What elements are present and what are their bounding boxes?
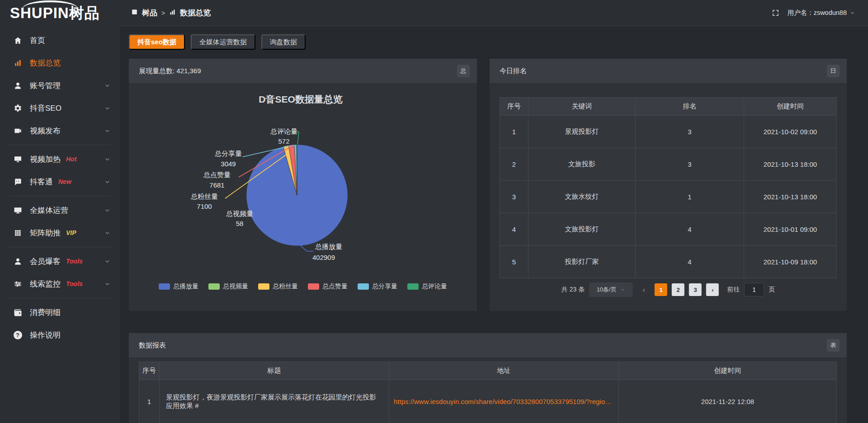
- sidebar-item-help[interactable]: ? 操作说明: [0, 324, 120, 346]
- sidebar-item-account-manage[interactable]: 账号管理: [0, 74, 120, 97]
- page-number-buttons: 123: [655, 283, 702, 296]
- legend-item-总粉丝量[interactable]: 总粉丝量: [258, 282, 298, 291]
- ranking-day-toggle-button[interactable]: 日: [827, 65, 840, 77]
- breadcrumb-label: 数据总览: [180, 8, 211, 18]
- pie-label-name: 总粉丝量: [190, 193, 218, 200]
- sidebar-divider: [8, 247, 112, 247]
- sidebar-item-video-publish[interactable]: 视频发布: [0, 119, 120, 142]
- sidebar: SHUPIN树品 首页 数据总览 账号管理 抖音SEO 视频发布: [0, 0, 120, 423]
- legend-item-总视频量[interactable]: 总视频量: [208, 282, 248, 291]
- user-dropdown[interactable]: 用户名：zswodun88: [788, 9, 855, 17]
- report-panel-strip: 数据报表 表: [129, 333, 847, 358]
- legend-item-总分享量[interactable]: 总分享量: [358, 282, 397, 291]
- pagination-total: 共 23 条: [561, 286, 585, 294]
- rank-cell: 3: [636, 148, 744, 181]
- legend-item-总评论量[interactable]: 总评论量: [407, 282, 447, 291]
- sidebar-item-douketong[interactable]: 抖客通 New: [0, 170, 120, 193]
- gear-icon: [13, 104, 23, 113]
- sidebar-item-home[interactable]: 首页: [0, 29, 120, 52]
- chevron-down-icon: [104, 179, 111, 185]
- sidebar-item-matrix-boost[interactable]: 矩阵助推 VIP: [0, 221, 120, 244]
- pie-label-value: 7100: [197, 202, 212, 210]
- breadcrumb-item-data-overview[interactable]: 数据总览: [169, 8, 211, 18]
- pie-label-value: 402909: [312, 254, 335, 261]
- chart-total-toggle-button[interactable]: 总: [457, 65, 470, 77]
- brand-logo[interactable]: SHUPIN树品: [0, 0, 120, 26]
- ranking-panel: 今日排名 日 序号关键词排名创建时间 1景观投影灯32021-10-02 09:…: [490, 59, 847, 311]
- legend-label: 总点赞量: [322, 282, 348, 291]
- chevron-down-icon: [104, 258, 111, 265]
- legend-item-总点赞量[interactable]: 总点赞量: [308, 282, 348, 291]
- legend-swatch: [407, 283, 419, 290]
- prev-page-button[interactable]: ‹: [637, 283, 650, 296]
- rank-cell: 2021-10-01 09:00: [744, 213, 837, 246]
- logo-arc-decoration: [23, 0, 78, 9]
- ranking-title: 今日排名: [500, 67, 527, 75]
- rank-cell: 2021-10-13 18:00: [744, 148, 837, 181]
- chat-icon: [13, 178, 23, 186]
- topbar: 树品 > 数据总览 用户名：zswodun88: [120, 0, 868, 26]
- rank-cell: 投影灯厂家: [528, 246, 636, 278]
- page-button-2[interactable]: 2: [672, 283, 684, 296]
- video-camera-icon: [13, 127, 23, 135]
- rank-cell: 4: [636, 213, 744, 246]
- sidebar-divider: [8, 196, 112, 196]
- pie-chart: D音SEO数据量总览总播放量402909总视频量58总粉丝量7100总点赞量76…: [129, 84, 477, 278]
- sidebar-item-clue-monitor[interactable]: 线索监控 Tools: [0, 273, 120, 295]
- pie-label-name: 总评论量: [270, 127, 297, 135]
- page-button-3[interactable]: 3: [689, 283, 702, 296]
- pie-label-value: 3049: [221, 160, 236, 168]
- fullscreen-icon[interactable]: [772, 9, 779, 17]
- sidebar-item-data-overview[interactable]: 数据总览: [0, 52, 120, 74]
- sidebar-item-video-heat[interactable]: 视频加热 Hot: [0, 148, 120, 170]
- goto-page-input[interactable]: [744, 283, 764, 296]
- chart-legend: 总播放量总视频量总粉丝量总点赞量总分享量总评论量: [129, 282, 477, 291]
- report-video-link[interactable]: https://www.iesdouyin.com/share/video/70…: [394, 398, 614, 405]
- rank-cell: 2: [500, 148, 528, 181]
- legend-swatch: [308, 283, 319, 290]
- nav-badge: Tools: [66, 258, 83, 265]
- tab-douyin-seo-data[interactable]: 抖音seo数据: [129, 34, 185, 50]
- next-page-button[interactable]: ›: [706, 283, 719, 296]
- page-size-select[interactable]: 10条/页: [589, 282, 633, 297]
- nav-badge: VIP: [66, 229, 76, 236]
- help-icon: ?: [13, 331, 23, 339]
- report-table: 序号标题地址创建时间 1景观投影灯，夜游景观投影灯厂家展示展示落花灯在花园里的灯…: [139, 362, 837, 423]
- legend-item-总播放量[interactable]: 总播放量: [159, 282, 198, 291]
- report-cell-time: 2021-11-22 12:08: [619, 380, 837, 423]
- sidebar-item-media-ops[interactable]: 全媒体运营: [0, 199, 120, 221]
- legend-label: 总粉丝量: [273, 282, 298, 291]
- tab-inquiry-data[interactable]: 询盘数据: [261, 34, 306, 50]
- pie-label-name: 总分享量: [214, 150, 242, 157]
- pagination: 共 23 条 10条/页 ‹ 123 › 前往 页: [561, 282, 775, 297]
- impressions-total-label: 展现量总数: 421,369: [139, 67, 201, 75]
- rank-cell: 景观投影灯: [528, 116, 636, 148]
- sidebar-item-member-baoke[interactable]: 会员爆客 Tools: [0, 250, 120, 273]
- rank-cell: 1: [636, 181, 744, 213]
- page-button-1[interactable]: 1: [655, 283, 667, 296]
- rank-cell: 文旅投影灯: [528, 213, 636, 246]
- topbar-right: 用户名：zswodun88: [772, 9, 855, 17]
- chevron-down-icon: [104, 207, 111, 214]
- breadcrumb-item-shupin[interactable]: 树品: [131, 8, 157, 18]
- report-table-toggle-button[interactable]: 表: [827, 339, 840, 352]
- legend-label: 总评论量: [422, 282, 447, 291]
- rank-cell: 4: [636, 246, 744, 278]
- nav-badge: Tools: [66, 280, 83, 287]
- home-icon: [13, 36, 23, 45]
- rank-table-row: 4文旅投影灯42021-10-01 09:00: [500, 213, 837, 246]
- goto-label: 前往: [727, 286, 740, 294]
- sidebar-item-douyin-seo[interactable]: 抖音SEO: [0, 97, 120, 119]
- rank-cell: 2021-10-09 18:00: [744, 246, 837, 278]
- rank-col-header: 序号: [500, 98, 528, 116]
- chevron-down-icon: [104, 82, 111, 89]
- tab-media-ops-data[interactable]: 全媒体运营数据: [191, 34, 255, 50]
- rank-table-row: 5投影灯厂家42021-10-09 18:00: [500, 246, 837, 278]
- chevron-down-icon: [104, 230, 111, 236]
- chart-panel-strip: 展现量总数: 421,369 总: [129, 59, 477, 84]
- sidebar-item-consume-detail[interactable]: 消费明细: [0, 301, 120, 324]
- member-icon: [13, 257, 23, 266]
- pie-label-name: 总点赞量: [203, 171, 231, 179]
- sidebar-divider: [8, 145, 112, 145]
- rank-table-row: 1景观投影灯32021-10-02 09:00: [500, 116, 837, 148]
